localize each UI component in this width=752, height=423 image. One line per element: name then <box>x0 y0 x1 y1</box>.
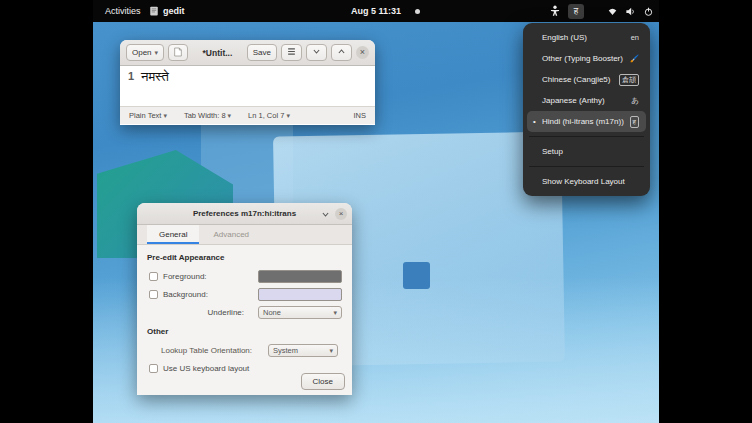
open-button-label: Open <box>132 48 152 57</box>
language-mode-label: Plain Text <box>129 111 161 120</box>
input-source-typing-booster[interactable]: Other (Typing Booster) 🖌️ <box>527 48 646 69</box>
chevron-down-icon: ▾ <box>155 49 159 57</box>
input-source-english[interactable]: English (US) en <box>527 27 646 48</box>
accessibility-icon[interactable] <box>549 5 561 17</box>
menu-separator <box>529 136 644 137</box>
input-source-badge: 倉頡 <box>619 74 639 86</box>
gedit-window-title: *Untit... <box>192 48 243 58</box>
save-button[interactable]: Save <box>247 44 277 61</box>
input-source-badge: en <box>627 33 639 42</box>
cursor-position-dropdown[interactable]: Ln 1, Col 7 ▾ <box>248 111 290 120</box>
document-text: नमस्ते <box>137 66 169 106</box>
power-icon[interactable] <box>643 6 654 17</box>
save-button-label: Save <box>253 48 271 57</box>
us-keyboard-label: Use US keyboard layout <box>163 364 249 373</box>
lookup-orientation-dropdown[interactable]: System ▾ <box>268 344 338 357</box>
tab-advanced[interactable]: Advanced <box>201 225 261 244</box>
recording-indicator-dot <box>415 9 420 14</box>
input-source-japanese[interactable]: Japanese (Anthy) あ <box>527 90 646 111</box>
app-menu-label: gedit <box>163 6 185 16</box>
chevron-down-icon[interactable] <box>321 205 330 223</box>
selected-dot: • <box>533 117 536 126</box>
underline-row: Underline: None ▾ <box>147 304 342 321</box>
input-source-chinese[interactable]: Chinese (Cangjie5) 倉頡 <box>527 69 646 90</box>
hamburger-icon <box>287 47 296 58</box>
chevron-down-icon: ▾ <box>333 309 337 317</box>
underline-dropdown[interactable]: None ▾ <box>258 306 342 319</box>
underline-value: None <box>263 308 281 317</box>
new-document-icon <box>174 47 182 59</box>
foreground-color-swatch[interactable] <box>258 270 342 283</box>
foreground-checkbox[interactable] <box>149 272 158 281</box>
other-section-heading: Other <box>147 327 342 336</box>
input-source-label: Hindi (hi-itrans (m17n)) <box>542 117 624 126</box>
gedit-app-icon <box>149 6 159 16</box>
background-checkbox[interactable] <box>149 290 158 299</box>
preferences-tabs: General Advanced <box>137 225 352 245</box>
menu-button[interactable] <box>281 44 302 61</box>
us-keyboard-checkbox[interactable] <box>149 364 158 373</box>
preferences-body: Pre-edit Appearance Foreground: Backgrou… <box>137 245 352 395</box>
system-status-area: ह <box>549 0 654 22</box>
input-source-label: Japanese (Anthy) <box>542 96 605 105</box>
close-window-button[interactable]: × <box>356 46 369 59</box>
setup-label: Setup <box>542 147 563 156</box>
volume-icon[interactable] <box>625 6 636 17</box>
input-source-badge: あ <box>627 96 639 106</box>
top-bar: Activities gedit Aug 5 11:31 ह <box>93 0 659 22</box>
new-document-button[interactable] <box>168 44 188 61</box>
line-number: 1 <box>120 66 137 106</box>
preferences-headerbar: Preferences m17n:hi:itrans × <box>137 203 352 225</box>
lookup-orientation-value: System <box>273 346 298 355</box>
network-icon[interactable] <box>607 6 618 17</box>
gedit-headerbar: Open ▾ *Untit... Save <box>120 40 375 66</box>
tab-width-label: Tab Width: 8 <box>184 111 226 120</box>
input-source-label: English (US) <box>542 33 587 42</box>
chevron-down-icon <box>312 47 321 58</box>
collapse-button[interactable] <box>331 44 352 61</box>
chevron-down-icon: ▾ <box>163 112 167 120</box>
input-source-menu: English (US) en Other (Typing Booster) 🖌… <box>523 23 650 196</box>
lookup-orientation-label: Lookup Table Orientation: <box>161 346 252 355</box>
close-button[interactable]: Close <box>301 373 345 390</box>
preferences-window: Preferences m17n:hi:itrans × General Adv… <box>137 203 352 395</box>
cursor-position-label: Ln 1, Col 7 <box>248 111 284 120</box>
show-keyboard-layout-label: Show Keyboard Layout <box>542 177 625 186</box>
foreground-label: Foreground: <box>163 272 207 281</box>
desktop: Activities gedit Aug 5 11:31 ह <box>93 0 659 423</box>
underline-label: Underline: <box>147 308 251 317</box>
preedit-section-heading: Pre-edit Appearance <box>147 253 342 262</box>
input-source-label: Chinese (Cangjie5) <box>542 75 610 84</box>
tab-width-dropdown[interactable]: Tab Width: 8 ▾ <box>184 111 231 120</box>
app-menu-button[interactable]: gedit <box>149 0 185 22</box>
chevron-down-icon: ▾ <box>286 112 290 120</box>
expand-button[interactable] <box>306 44 327 61</box>
background-row: Background: <box>147 286 342 303</box>
menu-item-setup[interactable]: Setup <box>527 141 646 162</box>
language-mode-dropdown[interactable]: Plain Text ▾ <box>129 111 167 120</box>
input-source-indicator[interactable]: ह <box>568 4 584 19</box>
foreground-row: Foreground: <box>147 268 342 285</box>
gedit-window: Open ▾ *Untit... Save <box>120 40 375 125</box>
tab-general[interactable]: General <box>147 225 199 244</box>
preferences-title: Preferences m17n:hi:itrans <box>193 209 296 218</box>
close-window-button[interactable]: × <box>335 208 347 220</box>
menu-item-show-keyboard-layout[interactable]: Show Keyboard Layout <box>527 171 646 192</box>
gedit-text-area[interactable]: 1 नमस्ते <box>120 66 375 106</box>
chevron-down-icon: ▾ <box>228 112 232 120</box>
activities-button[interactable]: Activities <box>101 0 145 22</box>
input-source-label: Other (Typing Booster) <box>542 54 623 63</box>
open-button[interactable]: Open ▾ <box>126 44 164 61</box>
input-source-badge: 🖌️ <box>626 54 639 63</box>
chevron-up-icon <box>337 47 346 58</box>
menu-separator <box>529 166 644 167</box>
background-color-swatch[interactable] <box>258 288 342 301</box>
input-source-badge: ह <box>630 116 639 128</box>
wallpaper-shape-square <box>403 262 430 289</box>
overwrite-mode-label: INS <box>353 111 366 120</box>
background-label: Background: <box>163 290 208 299</box>
overwrite-mode-indicator[interactable]: INS <box>353 111 366 120</box>
clock[interactable]: Aug 5 11:31 <box>351 0 401 22</box>
input-source-hindi[interactable]: • Hindi (hi-itrans (m17n)) ह <box>527 111 646 132</box>
gedit-statusbar: Plain Text ▾ Tab Width: 8 ▾ Ln 1, Col 7 … <box>120 106 375 124</box>
